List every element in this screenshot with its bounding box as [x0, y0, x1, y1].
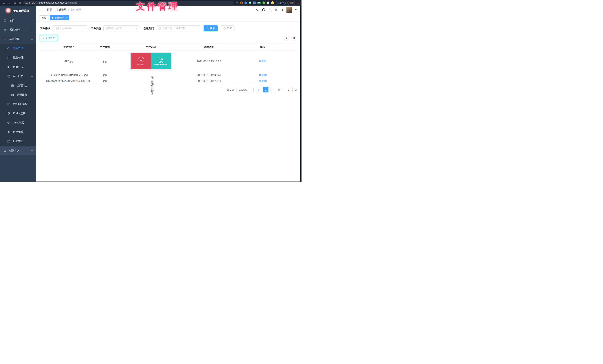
- current-page-button[interactable]: 1: [263, 87, 268, 92]
- profile-avatar-icon[interactable]: [271, 1, 274, 4]
- user-menu-caret-icon[interactable]: [295, 9, 297, 10]
- cell-create-time: 2021-03-13 12:29:10: [189, 80, 228, 82]
- sidebar-item-redis-monitor[interactable]: Redis 监控: [0, 109, 36, 118]
- wlb-caption: work-life balance: [154, 64, 167, 65]
- address-bar[interactable]: 不安全 | dashboard.yudao.iocoder.cn/infra/f…: [23, 1, 233, 5]
- search-button[interactable]: 搜索: [204, 25, 218, 31]
- col-header-content: 文件内容: [112, 46, 189, 49]
- sidebar-item-home[interactable]: 首页: [0, 16, 36, 25]
- 996icu-half: 996.ICU: [131, 53, 151, 69]
- extension-icon-green-circle[interactable]: [249, 1, 251, 4]
- upload-file-button[interactable]: + 上传文件: [40, 35, 58, 41]
- tab-close-icon[interactable]: ×: [66, 17, 67, 19]
- col-header-time: 创建时间: [189, 46, 228, 49]
- breadcrumb-infrastructure[interactable]: 基础设施: [56, 8, 67, 11]
- breadcrumb-home[interactable]: 首页: [47, 8, 52, 11]
- sidebar-item-label: 研发工具: [9, 149, 20, 152]
- browser-chrome: ← → 不安全 | dashboard.yudao.iocoder.cn/inf…: [0, 0, 302, 6]
- tab-file-management[interactable]: 文件管理 ×: [50, 15, 69, 20]
- toggle-search-button[interactable]: [284, 36, 289, 41]
- sidebar-item-java-monitor[interactable]: Java 监控: [0, 118, 36, 127]
- delete-button[interactable]: 删除: [259, 73, 267, 77]
- sidebar-item-error-log[interactable]: 错误日志: [0, 90, 36, 100]
- create-time-label: 创建时间: [143, 27, 154, 30]
- github-icon[interactable]: [262, 8, 265, 11]
- breadcrumb-separator: /: [54, 8, 54, 11]
- date-range-picker[interactable]: 开始日期 - 结束日期: [156, 25, 200, 31]
- cloud-icon: [7, 47, 10, 50]
- extension-icon-grid[interactable]: [253, 1, 256, 4]
- beach-umbrella-icon: [157, 57, 164, 63]
- table-tools: [284, 36, 296, 41]
- sidebar-item-system[interactable]: 系统管理: [0, 25, 36, 34]
- font-size-icon[interactable]: TT: [281, 8, 283, 11]
- delete-button[interactable]: 删除: [259, 60, 267, 63]
- file-type-select[interactable]: 请选择文件类型: [104, 25, 139, 31]
- file-preview-996icu-image[interactable]: 996.ICU work-life balance: [131, 53, 171, 70]
- delete-label: 删除: [262, 60, 267, 63]
- toolbox-icon: [3, 149, 7, 152]
- bookmark-star-icon[interactable]: ☆: [236, 1, 239, 4]
- cell-file-content: 996.ICU work-life balance: [112, 53, 189, 70]
- sidebar-item-log-center[interactable]: 日志中心: [0, 136, 36, 146]
- tab-home[interactable]: 首页: [40, 15, 48, 20]
- file-path-input[interactable]: 请输入文件路径: [53, 25, 87, 31]
- extension-icon-on-badge[interactable]: on: [257, 2, 261, 4]
- extension-icon-orange[interactable]: [240, 1, 243, 4]
- refresh-table-button[interactable]: [291, 36, 296, 41]
- extension-icon-blue-drop[interactable]: [244, 1, 247, 4]
- cell-file-path: 8448cada8c714e4ab61f521c8da21990: [40, 80, 97, 82]
- sidebar-item-infrastructure[interactable]: 基础设施: [0, 34, 36, 44]
- security-indicator[interactable]: 不安全: [25, 1, 36, 4]
- extension-icon-puzzle[interactable]: [267, 1, 269, 4]
- placeholder-text: 请选择文件类型: [106, 27, 123, 30]
- dashboard-icon: [3, 19, 7, 22]
- sidebar-item-trace[interactable]: 链路追踪: [0, 127, 36, 136]
- logo-row[interactable]: 芋道管理系统: [0, 6, 36, 16]
- browser-extensions: ☆ on 已暂停 更新 ⋮: [236, 1, 302, 5]
- header-actions: TT: [256, 7, 302, 13]
- reload-icon[interactable]: [14, 2, 16, 4]
- search-icon[interactable]: [256, 8, 259, 11]
- help-icon[interactable]: [268, 8, 271, 11]
- profile-paused-badge[interactable]: 已暂停: [276, 1, 286, 5]
- sidebar-item-label: 文件管理: [13, 47, 23, 50]
- sidebar-item-access-log[interactable]: 访问日志: [0, 81, 36, 90]
- warning-icon: [25, 2, 28, 4]
- browser-nav: ← →: [0, 1, 23, 4]
- browser-menu-icon[interactable]: ⋮: [297, 1, 300, 4]
- fullscreen-icon[interactable]: [275, 8, 278, 11]
- sidebar-item-dev-tools[interactable]: 研发工具: [0, 146, 36, 155]
- sidebar-item-file-management[interactable]: 文件管理: [0, 44, 36, 53]
- home-icon[interactable]: [19, 2, 21, 4]
- back-icon[interactable]: ←: [3, 1, 5, 4]
- reset-button[interactable]: 重置: [220, 25, 234, 31]
- sidebar-item-api-log[interactable]: API 日志: [0, 72, 36, 81]
- sidebar-item-scheduled-tasks[interactable]: 定时任务: [0, 62, 36, 72]
- edit-icon: [7, 56, 10, 59]
- file-type-label: 文件类型: [91, 27, 101, 30]
- page-size-select[interactable]: 10条/页: [236, 87, 254, 92]
- app-title: 芋道管理系统: [13, 9, 29, 13]
- stack-icon: [7, 112, 10, 115]
- col-header-path: 文件路径: [40, 46, 97, 49]
- tab-bar: 首页 文件管理 ×: [36, 14, 302, 22]
- prev-page-button[interactable]: ‹: [256, 87, 261, 92]
- forward-icon[interactable]: →: [8, 1, 11, 4]
- sidebar-item-mysql-monitor[interactable]: MySQL 监控: [0, 100, 36, 109]
- calendar-icon: [158, 27, 161, 30]
- cell-file-path: 427.jpg: [40, 60, 97, 63]
- user-avatar[interactable]: [287, 7, 292, 13]
- next-page-button[interactable]: ›: [270, 87, 276, 92]
- end-date-placeholder: 结束日期: [176, 27, 186, 30]
- delete-button[interactable]: 删除: [259, 79, 267, 83]
- table-row: 8448cada8c714e4ab61f521c8da21990 jpg 我裂开…: [40, 78, 297, 84]
- address-divider: |: [37, 1, 38, 4]
- update-button[interactable]: 更新: [287, 1, 295, 5]
- 996icu-caption: 996.ICU: [138, 64, 144, 66]
- extension-icon-green-leaf[interactable]: [263, 1, 265, 4]
- goto-page-input[interactable]: 1: [285, 87, 293, 92]
- url-domain: dashboard.yudao.iocoder.cn: [39, 1, 68, 4]
- sidebar-collapse-icon[interactable]: [39, 8, 43, 11]
- sidebar-item-config[interactable]: 配置管理: [0, 53, 36, 62]
